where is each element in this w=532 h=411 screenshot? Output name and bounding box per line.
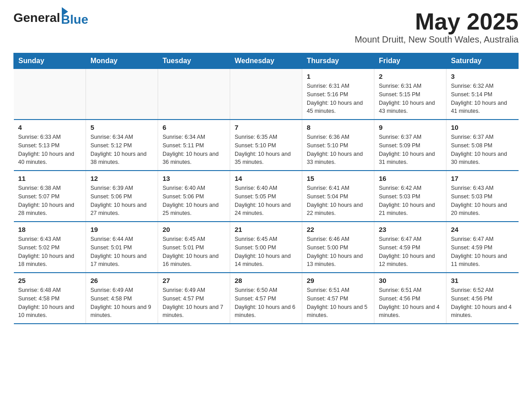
calendar-cell: 8Sunrise: 6:36 AMSunset: 5:10 PMDaylight…: [302, 120, 374, 171]
calendar-cell: 20Sunrise: 6:45 AMSunset: 5:01 PMDayligh…: [158, 222, 230, 273]
calendar-cell: 13Sunrise: 6:40 AMSunset: 5:06 PMDayligh…: [158, 171, 230, 222]
day-number: 30: [379, 277, 442, 284]
calendar-cell: 17Sunrise: 6:43 AMSunset: 5:03 PMDayligh…: [446, 171, 519, 222]
day-number: 7: [235, 124, 297, 131]
day-number: 31: [451, 277, 514, 284]
calendar-week-4: 18Sunrise: 6:43 AMSunset: 5:02 PMDayligh…: [14, 222, 519, 273]
day-number: 4: [18, 124, 82, 131]
day-number: 28: [235, 277, 297, 284]
calendar-week-5: 25Sunrise: 6:48 AMSunset: 4:58 PMDayligh…: [14, 273, 519, 324]
calendar-cell: 21Sunrise: 6:45 AMSunset: 5:00 PMDayligh…: [230, 222, 302, 273]
calendar-cell: 30Sunrise: 6:51 AMSunset: 4:56 PMDayligh…: [374, 273, 446, 324]
day-info: Sunrise: 6:47 AMSunset: 4:59 PMDaylight:…: [451, 235, 514, 269]
month-title: May 2025: [355, 9, 519, 34]
calendar-cell: 9Sunrise: 6:37 AMSunset: 5:09 PMDaylight…: [374, 120, 446, 171]
calendar-cell: 7Sunrise: 6:35 AMSunset: 5:10 PMDaylight…: [230, 120, 302, 171]
day-number: 11: [18, 175, 82, 182]
day-info: Sunrise: 6:35 AMSunset: 5:10 PMDaylight:…: [235, 133, 297, 167]
day-number: 23: [379, 226, 442, 233]
calendar-cell: 24Sunrise: 6:47 AMSunset: 4:59 PMDayligh…: [446, 222, 519, 273]
calendar-cell: 25Sunrise: 6:48 AMSunset: 4:58 PMDayligh…: [14, 273, 86, 324]
day-info: Sunrise: 6:41 AMSunset: 5:04 PMDaylight:…: [307, 184, 369, 218]
calendar-cell: 2Sunrise: 6:31 AMSunset: 5:15 PMDaylight…: [374, 69, 446, 120]
day-number: 21: [235, 226, 297, 233]
day-info: Sunrise: 6:52 AMSunset: 4:56 PMDaylight:…: [451, 286, 514, 320]
day-info: Sunrise: 6:49 AMSunset: 4:58 PMDaylight:…: [90, 286, 153, 320]
day-info: Sunrise: 6:51 AMSunset: 4:56 PMDaylight:…: [379, 286, 442, 320]
weekday-header-friday: Friday: [374, 53, 446, 69]
calendar-cell: 3Sunrise: 6:32 AMSunset: 5:14 PMDaylight…: [446, 69, 519, 120]
day-info: Sunrise: 6:39 AMSunset: 5:06 PMDaylight:…: [90, 184, 153, 218]
logo-general: General: [13, 11, 60, 25]
day-number: 1: [307, 73, 369, 80]
day-number: 24: [451, 226, 514, 233]
weekday-header-monday: Monday: [86, 53, 158, 69]
calendar-cell: 14Sunrise: 6:40 AMSunset: 5:05 PMDayligh…: [230, 171, 302, 222]
calendar-cell: [86, 69, 158, 120]
calendar-cell: 18Sunrise: 6:43 AMSunset: 5:02 PMDayligh…: [14, 222, 86, 273]
logo-blue: Blue: [61, 13, 88, 27]
title-block: May 2025 Mount Druitt, New South Wales, …: [355, 9, 519, 50]
calendar-table: SundayMondayTuesdayWednesdayThursdayFrid…: [13, 53, 519, 324]
day-info: Sunrise: 6:43 AMSunset: 5:03 PMDaylight:…: [451, 184, 514, 218]
day-number: 25: [18, 277, 82, 284]
day-info: Sunrise: 6:44 AMSunset: 5:01 PMDaylight:…: [90, 235, 153, 269]
day-number: 27: [163, 277, 225, 284]
day-info: Sunrise: 6:38 AMSunset: 5:07 PMDaylight:…: [18, 184, 82, 218]
calendar-cell: 23Sunrise: 6:47 AMSunset: 4:59 PMDayligh…: [374, 222, 446, 273]
day-number: 20: [163, 226, 225, 233]
day-info: Sunrise: 6:37 AMSunset: 5:08 PMDaylight:…: [451, 133, 514, 167]
location-subtitle: Mount Druitt, New South Wales, Australia: [355, 34, 519, 45]
day-info: Sunrise: 6:46 AMSunset: 5:00 PMDaylight:…: [307, 235, 369, 269]
day-info: Sunrise: 6:33 AMSunset: 5:13 PMDaylight:…: [18, 133, 82, 167]
calendar-cell: 5Sunrise: 6:34 AMSunset: 5:12 PMDaylight…: [86, 120, 158, 171]
calendar-week-3: 11Sunrise: 6:38 AMSunset: 5:07 PMDayligh…: [14, 171, 519, 222]
day-number: 18: [18, 226, 82, 233]
day-number: 26: [90, 277, 153, 284]
day-number: 14: [235, 175, 297, 182]
calendar-week-2: 4Sunrise: 6:33 AMSunset: 5:13 PMDaylight…: [14, 120, 519, 171]
calendar-cell: 6Sunrise: 6:34 AMSunset: 5:11 PMDaylight…: [158, 120, 230, 171]
day-number: 5: [90, 124, 153, 131]
day-info: Sunrise: 6:31 AMSunset: 5:15 PMDaylight:…: [379, 82, 442, 116]
day-info: Sunrise: 6:43 AMSunset: 5:02 PMDaylight:…: [18, 235, 82, 269]
day-info: Sunrise: 6:40 AMSunset: 5:06 PMDaylight:…: [163, 184, 225, 218]
day-info: Sunrise: 6:51 AMSunset: 4:57 PMDaylight:…: [307, 286, 369, 320]
day-number: 29: [307, 277, 369, 284]
calendar-cell: 11Sunrise: 6:38 AMSunset: 5:07 PMDayligh…: [14, 171, 86, 222]
calendar-cell: 12Sunrise: 6:39 AMSunset: 5:06 PMDayligh…: [86, 171, 158, 222]
day-info: Sunrise: 6:36 AMSunset: 5:10 PMDaylight:…: [307, 133, 369, 167]
weekday-header-tuesday: Tuesday: [158, 53, 230, 69]
day-info: Sunrise: 6:34 AMSunset: 5:12 PMDaylight:…: [90, 133, 153, 167]
day-info: Sunrise: 6:34 AMSunset: 5:11 PMDaylight:…: [163, 133, 225, 167]
day-number: 2: [379, 73, 442, 80]
calendar-cell: 31Sunrise: 6:52 AMSunset: 4:56 PMDayligh…: [446, 273, 519, 324]
calendar-cell: 28Sunrise: 6:50 AMSunset: 4:57 PMDayligh…: [230, 273, 302, 324]
page-header: General Blue May 2025 Mount Druitt, New …: [13, 9, 519, 50]
day-number: 8: [307, 124, 369, 131]
calendar-cell: 1Sunrise: 6:31 AMSunset: 5:16 PMDaylight…: [302, 69, 374, 120]
day-number: 13: [163, 175, 225, 182]
calendar-cell: [158, 69, 230, 120]
day-number: 3: [451, 73, 514, 80]
day-number: 15: [307, 175, 369, 182]
day-info: Sunrise: 6:45 AMSunset: 5:01 PMDaylight:…: [163, 235, 225, 269]
calendar-week-1: 1Sunrise: 6:31 AMSunset: 5:16 PMDaylight…: [14, 69, 519, 120]
calendar-header-row: SundayMondayTuesdayWednesdayThursdayFrid…: [14, 53, 519, 69]
calendar-cell: 27Sunrise: 6:49 AMSunset: 4:57 PMDayligh…: [158, 273, 230, 324]
calendar-cell: 16Sunrise: 6:42 AMSunset: 5:03 PMDayligh…: [374, 171, 446, 222]
day-info: Sunrise: 6:50 AMSunset: 4:57 PMDaylight:…: [235, 286, 297, 320]
day-number: 19: [90, 226, 153, 233]
calendar-cell: [14, 69, 86, 120]
day-info: Sunrise: 6:37 AMSunset: 5:09 PMDaylight:…: [379, 133, 442, 167]
day-info: Sunrise: 6:49 AMSunset: 4:57 PMDaylight:…: [163, 286, 225, 320]
calendar-cell: 22Sunrise: 6:46 AMSunset: 5:00 PMDayligh…: [302, 222, 374, 273]
calendar-cell: 26Sunrise: 6:49 AMSunset: 4:58 PMDayligh…: [86, 273, 158, 324]
day-number: 10: [451, 124, 514, 131]
day-info: Sunrise: 6:48 AMSunset: 4:58 PMDaylight:…: [18, 286, 82, 320]
calendar-cell: 10Sunrise: 6:37 AMSunset: 5:08 PMDayligh…: [446, 120, 519, 171]
day-number: 6: [163, 124, 225, 131]
calendar-cell: 15Sunrise: 6:41 AMSunset: 5:04 PMDayligh…: [302, 171, 374, 222]
weekday-header-sunday: Sunday: [14, 53, 86, 69]
weekday-header-thursday: Thursday: [302, 53, 374, 69]
